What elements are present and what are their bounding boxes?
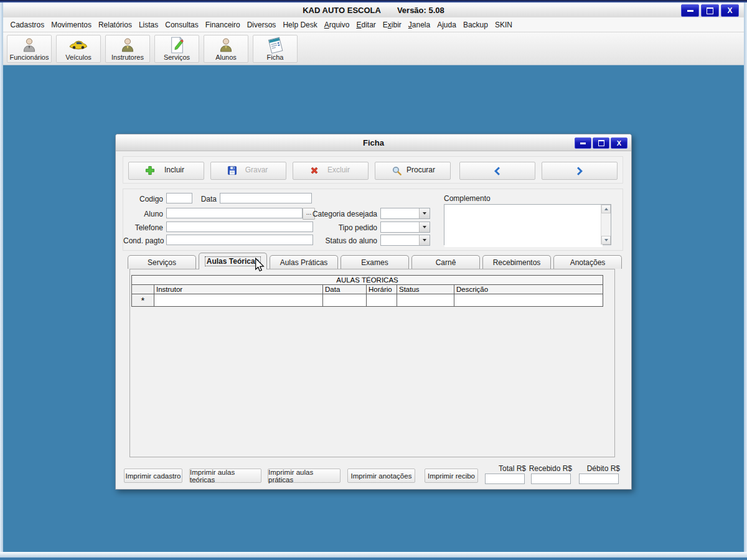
- excluir-button[interactable]: Excluir: [293, 162, 369, 180]
- column-header-descricao[interactable]: Descrição: [454, 285, 603, 294]
- main-toolbar: Funcionários Veículos Instrutores Serviç…: [3, 32, 744, 65]
- toolbar-button-alunos[interactable]: Alunos: [204, 35, 248, 63]
- empty-cell[interactable]: [397, 294, 454, 307]
- menu-item-relatorios[interactable]: Relatórios: [95, 17, 135, 32]
- aluno-input[interactable]: [166, 208, 303, 218]
- gravar-button[interactable]: Gravar: [210, 162, 286, 180]
- imprimir-cadastro-button[interactable]: Imprimir cadastro: [124, 469, 182, 483]
- scroll-up-button[interactable]: [601, 205, 611, 213]
- maximize-icon: [707, 7, 713, 14]
- minimize-icon: [687, 10, 693, 12]
- ficha-body: Incluir Gravar Excluir Procurar: [116, 151, 630, 488]
- menu-item-diversos[interactable]: Diversos: [243, 17, 280, 32]
- tab-exames[interactable]: Exames: [341, 255, 409, 269]
- menu-item-exibir[interactable]: Exibir: [379, 17, 405, 32]
- toolbar-button-funcionarios[interactable]: Funcionários: [7, 35, 52, 63]
- toolbar-label: Veículos: [65, 54, 92, 61]
- tab-carne[interactable]: Carnê: [411, 255, 480, 269]
- empty-cell[interactable]: [323, 294, 367, 307]
- cond-pagto-input[interactable]: [166, 235, 313, 245]
- dropdown-button[interactable]: [419, 235, 430, 245]
- tab-servicos[interactable]: Serviços: [128, 255, 196, 269]
- codigo-input[interactable]: [166, 193, 192, 203]
- empty-cell[interactable]: [154, 294, 323, 307]
- close-icon: X: [617, 140, 621, 147]
- debito-r-label: Débito R$: [559, 464, 620, 472]
- ficha-maximize-button[interactable]: [593, 138, 609, 149]
- tab-recebimentos[interactable]: Recebimentos: [482, 255, 551, 269]
- toolbar-label: Alunos: [215, 54, 237, 61]
- column-header-status[interactable]: Status: [397, 285, 454, 294]
- add-icon: [145, 166, 155, 175]
- telefone-label: Telefone: [123, 223, 163, 232]
- ficha-action-strip: Incluir Gravar Excluir Procurar: [123, 156, 623, 184]
- data-input[interactable]: [220, 193, 312, 203]
- menu-item-ajuda[interactable]: Ajuda: [434, 17, 460, 32]
- debito-r-input[interactable]: [579, 474, 619, 484]
- toolbar-button-servicos[interactable]: Serviços: [154, 35, 199, 63]
- maximize-icon: [598, 140, 604, 146]
- column-header-horario[interactable]: Horário: [367, 285, 397, 294]
- cond-pagto-label: Cond. pagto: [123, 236, 163, 245]
- ficha-close-button[interactable]: X: [611, 138, 627, 149]
- menu-item-arquivo[interactable]: Arquivo: [321, 17, 353, 32]
- empty-cell[interactable]: [454, 294, 603, 307]
- record-pad-icon: [266, 36, 284, 54]
- codigo-label: Codigo: [123, 195, 163, 203]
- menu-item-movimentos[interactable]: Movimentos: [48, 17, 95, 32]
- minimize-button[interactable]: [681, 4, 699, 17]
- tab-anotacoes[interactable]: Anotações: [553, 255, 622, 269]
- next-record-button[interactable]: [542, 162, 618, 180]
- chevron-down-icon: [423, 212, 426, 215]
- dropdown-button[interactable]: [419, 208, 430, 218]
- menu-item-financeiro[interactable]: Financeiro: [202, 17, 243, 32]
- table-caption: AULAS TÉORICAS: [132, 276, 603, 285]
- tab-label: Aulas Práticas: [280, 258, 328, 267]
- menu-item-editar[interactable]: Editar: [353, 17, 379, 32]
- dropdown-button[interactable]: [419, 222, 430, 232]
- tab-aulas-praticas[interactable]: Aulas Práticas: [270, 255, 338, 269]
- recebido-r-input[interactable]: [531, 474, 571, 484]
- column-header-instrutor[interactable]: Instrutor: [154, 285, 323, 294]
- toolbar-button-instrutores[interactable]: Instrutores: [105, 35, 150, 63]
- column-header-row-selector[interactable]: [132, 285, 154, 294]
- complemento-text[interactable]: [444, 205, 603, 247]
- tab-label: Exames: [361, 258, 388, 267]
- memo-scrollbar[interactable]: [601, 205, 611, 245]
- close-button[interactable]: X: [721, 4, 739, 17]
- tipo-pedido-select[interactable]: [380, 222, 430, 233]
- categoria-desejada-select[interactable]: [380, 208, 430, 219]
- tab-aulas-teoricas[interactable]: Aulas Teóricas: [199, 253, 267, 269]
- menu-item-listas[interactable]: Listas: [135, 17, 161, 32]
- toolbar-button-ficha[interactable]: Ficha: [253, 35, 298, 63]
- categoria-desejada-label: Categoria desejada: [310, 210, 377, 218]
- total-r-input[interactable]: [485, 474, 525, 484]
- maximize-button[interactable]: [701, 4, 719, 17]
- menu-item-cadastros[interactable]: Cadastros: [7, 17, 48, 32]
- imprimir-aulas-praticas-button[interactable]: Imprimir aulas práticas: [268, 469, 341, 483]
- menubar: CadastrosMovimentosRelatóriosListasConsu…: [3, 17, 744, 32]
- telefone-input[interactable]: [166, 222, 313, 232]
- imprimir-anotacoes-button[interactable]: Imprimir anotações: [347, 469, 415, 483]
- instructor-icon: [120, 36, 136, 54]
- menu-item-backup[interactable]: Backup: [459, 17, 491, 32]
- incluir-button[interactable]: Incluir: [128, 162, 204, 180]
- chevron-right-icon: [575, 166, 584, 176]
- status-do-aluno-select[interactable]: [380, 235, 430, 246]
- menu-item-janela[interactable]: Janela: [405, 17, 433, 32]
- empty-cell[interactable]: [367, 294, 397, 307]
- new-row-selector[interactable]: *: [132, 294, 154, 307]
- column-header-data[interactable]: Data: [323, 285, 367, 294]
- procurar-button[interactable]: Procurar: [375, 162, 451, 180]
- menu-item-help-desk[interactable]: Help Desk: [280, 17, 321, 32]
- scroll-down-button[interactable]: [601, 236, 611, 245]
- previous-record-button[interactable]: [459, 162, 535, 180]
- ficha-minimize-button[interactable]: [575, 138, 591, 149]
- imprimir-aulas-teoricas-button[interactable]: Imprimir aulas teóricas: [189, 469, 261, 483]
- service-doc-icon: [169, 36, 185, 54]
- menu-item-consultas[interactable]: Consultas: [162, 17, 202, 32]
- complemento-textarea[interactable]: [444, 204, 611, 245]
- tab-label: Anotações: [570, 258, 606, 267]
- toolbar-button-veiculos[interactable]: Veículos: [56, 35, 101, 63]
- menu-item-skin[interactable]: SKIN: [491, 17, 515, 32]
